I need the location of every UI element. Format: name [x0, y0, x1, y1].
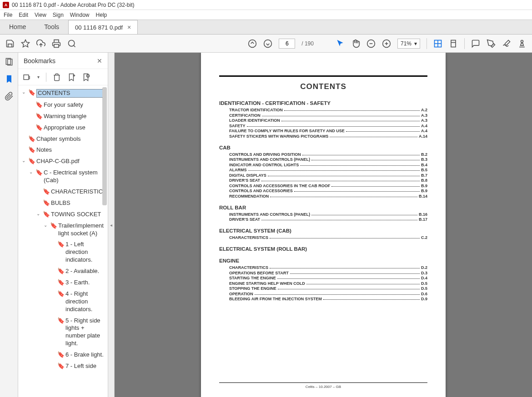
search-icon[interactable] [67, 39, 76, 48]
toc-entry: DRIVER'S SEATB.17 [229, 217, 427, 222]
toc-entry: INSTRUMENTS AND CONTROLS (PANEL)B.3 [229, 157, 427, 162]
tree-item[interactable]: 5 - Right side lights + number plate lig… [65, 317, 106, 348]
tree-contents[interactable]: CONTENTS [36, 89, 106, 98]
menu-help[interactable]: Help [96, 12, 107, 18]
page-number-input[interactable] [279, 39, 295, 49]
toc-section: ELECTRICAL SYSTEM (CAB) [219, 228, 427, 233]
svg-rect-1 [54, 44, 59, 47]
menu-window[interactable]: Window [70, 12, 90, 18]
find-bookmark-icon[interactable] [82, 73, 90, 81]
titlebar: A 00 1116 871 0.pdf - Adobe Acrobat Pro … [0, 0, 532, 10]
window-title: 00 1116 871 0.pdf - Adobe Acrobat Pro DC… [12, 2, 135, 8]
panel-title: Bookmarks [24, 57, 55, 65]
toc-entry: STARTING THE ENGINED.4 [229, 276, 427, 280]
tree-item[interactable]: Chapter symbols [36, 135, 106, 143]
menu-sign[interactable]: Sign [53, 12, 64, 18]
tree-item[interactable]: C - Electrical system (Cab) [44, 169, 106, 184]
toc-entry: OPERATIONS BEFORE STARTD.3 [229, 271, 427, 275]
toc-entry: ENGINE STARTING HELP WHEN COLDD.5 [229, 281, 427, 286]
svg-point-16 [521, 40, 523, 42]
options-icon[interactable] [23, 73, 31, 81]
close-icon[interactable]: × [127, 24, 131, 31]
sign-icon[interactable] [502, 39, 511, 48]
tree-item[interactable]: 2 - Available. [65, 268, 106, 275]
highlight-icon[interactable] [487, 39, 496, 48]
bookmarks-panel: Bookmarks ✕ ▾ ⌄🔖CONTENTS 🔖For your safet… [18, 53, 108, 397]
save-icon[interactable] [5, 39, 15, 48]
tree-item[interactable]: 7 - Left side [65, 362, 106, 370]
comment-icon[interactable] [471, 39, 480, 48]
tab-document-label: 00 1116 871 0.pdf [75, 24, 123, 31]
svg-line-3 [74, 45, 75, 47]
toc-entry: BLEEDING AIR FROM THE INJECTION SYSTEMD.… [229, 297, 427, 301]
page-viewer[interactable]: CONTENTS IDENTIFICATION - CERTIFICATION … [115, 53, 532, 397]
tree-item[interactable]: BULBS [51, 199, 106, 207]
toc-entry: SAFETYA.4 [229, 124, 427, 128]
page-up-icon[interactable] [248, 39, 257, 48]
menu-view[interactable]: View [35, 12, 46, 18]
bookmark-tree[interactable]: ⌄🔖CONTENTS 🔖For your safety 🔖Warning tri… [18, 85, 108, 397]
print-icon[interactable] [52, 39, 61, 48]
tree-item[interactable]: Trailer/implement light socket (A) [58, 222, 106, 238]
toc-entry: CHARACTERISTICSC.2 [229, 235, 427, 240]
zoom-in-icon[interactable] [382, 39, 391, 48]
tree-item[interactable]: TOWING SOCKET [51, 211, 106, 218]
star-icon[interactable] [21, 39, 30, 48]
zoom-out-icon[interactable] [366, 39, 376, 48]
menu-file[interactable]: File [4, 12, 12, 18]
cloud-icon[interactable] [36, 39, 45, 48]
panel-collapse[interactable]: ◂ [108, 53, 115, 397]
svg-point-4 [249, 40, 256, 47]
page-down-icon[interactable] [263, 39, 272, 48]
tab-tools[interactable]: Tools [35, 20, 68, 34]
tree-item[interactable]: 4 - Right direction indicators. [65, 290, 106, 313]
fit-icon[interactable] [433, 39, 442, 48]
pdf-page: CONTENTS IDENTIFICATION - CERTIFICATION … [201, 53, 446, 397]
tree-item[interactable]: Warning triangle [44, 113, 106, 120]
toc-entry: CERTIFICATIONA.3 [229, 113, 427, 118]
page-total: / 190 [301, 40, 314, 47]
toc-section: ELECTRICAL SYSTEM (ROLL BAR) [219, 246, 427, 252]
chevron-down-icon[interactable]: ▾ [37, 74, 40, 79]
attachment-icon[interactable] [5, 92, 14, 101]
menubar: File Edit View Sign Window Help [0, 10, 532, 20]
svg-marker-0 [22, 40, 30, 47]
tab-home[interactable]: Home [0, 20, 35, 34]
scroll-icon[interactable] [449, 39, 458, 48]
stamp-icon[interactable] [517, 39, 527, 48]
page-footer: Celtis – 10.2007 – GB [219, 382, 427, 389]
toc-entry: FAILURE TO COMPLY WITH RULES FOR SAFETY … [229, 129, 427, 133]
tree-item[interactable]: For your safety [44, 101, 106, 109]
tree-item[interactable]: 3 - Earth. [65, 279, 106, 287]
bookmark-icon[interactable] [5, 74, 14, 84]
toc-entry: CONTROLS AND ACCESSORIESB.9 [229, 189, 427, 193]
zoom-select[interactable]: 71%▾ [397, 39, 420, 49]
hand-icon[interactable] [351, 39, 360, 48]
tree-item[interactable]: Notes [36, 146, 106, 154]
pdf-icon: A [3, 2, 9, 8]
toc-entry: CONTROLS AND DRIVING POSITIONB.2 [229, 152, 427, 157]
svg-point-2 [69, 40, 75, 46]
tab-document[interactable]: 00 1116 871 0.pdf × [68, 20, 138, 34]
tree-item[interactable]: Appropriate use [44, 124, 106, 132]
toc-entry: DRIVER'S SEATB.8 [229, 178, 427, 183]
toc-section: CAB [219, 145, 427, 150]
trash-icon[interactable] [53, 73, 61, 81]
new-bookmark-icon[interactable] [67, 73, 75, 81]
toc-entry: CONTROLS AND ACCESSORIES IN THE CAB ROOF… [229, 184, 427, 188]
thumbnails-icon[interactable] [5, 57, 14, 66]
scrollbar[interactable] [102, 87, 107, 205]
tree-item[interactable]: 1 - Left direction indicators. [65, 241, 106, 264]
table-of-contents: IDENTIFICATION - CERTIFICATION - SAFETYT… [219, 100, 427, 301]
tree-item[interactable]: CHAP-C-GB.pdf [36, 158, 106, 165]
menu-edit[interactable]: Edit [19, 12, 28, 18]
tree-item[interactable]: CHARACTERISTICS [51, 188, 107, 196]
tree-item[interactable]: 6 - Brake light. [65, 351, 106, 359]
close-icon[interactable]: ✕ [97, 57, 102, 65]
toc-entry: TRACTOR IDENTIFICATIONA.2 [229, 108, 427, 112]
chevron-down-icon: ▾ [414, 40, 417, 47]
toolbar: / 190 71%▾ [0, 35, 532, 53]
pointer-icon[interactable] [336, 39, 345, 48]
toc-entry: LOADER IDENTIFICATIONA.3 [229, 118, 427, 123]
doc-title: CONTENTS [219, 75, 427, 91]
